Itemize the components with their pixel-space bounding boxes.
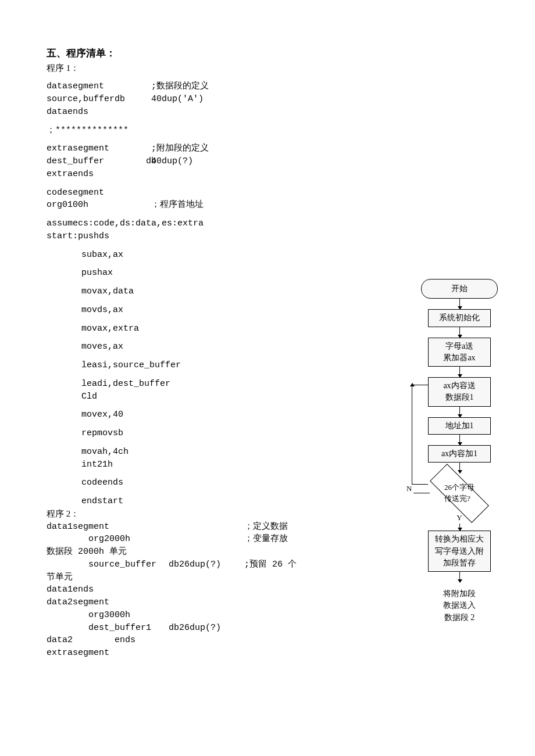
code-text: codesegment — [47, 187, 151, 199]
code-text: repmovsb — [81, 427, 123, 440]
flow-label-no: N — [406, 483, 412, 495]
code-text: ;数据段的定义 — [151, 80, 407, 93]
code-text: Cld — [81, 390, 97, 403]
flow-text: 字母a送 — [433, 341, 486, 352]
code-text: dest_buffer db — [47, 155, 151, 168]
flow-text: 教据送入 — [443, 600, 476, 611]
program1-code: datasegment;数据段的定义 source,bufferdb40dup(… — [47, 80, 407, 118]
flow-text: 累加器ax — [433, 352, 486, 364]
loop-line — [412, 385, 412, 485]
flow-step: 转换为相应大 写字母送入附 加段暂存 — [428, 531, 491, 572]
code-text: ；变量存放 — [244, 533, 288, 546]
flow-text: 写字母送入附 — [433, 546, 486, 557]
code-text: data2segment — [47, 596, 109, 609]
code-text: pushax — [81, 267, 113, 280]
code-text: source,bufferdb — [47, 93, 151, 106]
code-text: datasegment — [47, 80, 151, 93]
code-text: leadi,dest_buffer — [81, 378, 170, 390]
flow-text: 传送完? — [444, 493, 475, 504]
code-text: moves,ax — [81, 341, 123, 353]
arrow-icon — [459, 572, 460, 582]
code-text: movds,ax — [81, 304, 123, 317]
code-text: int21h — [81, 458, 113, 471]
flow-step: 地址加1 — [428, 417, 491, 435]
code-text: extraends — [47, 168, 151, 181]
code-text: leasi,source_buffer — [81, 359, 181, 372]
code-text: ;附加段的定义 — [151, 142, 407, 155]
code-text: dataends — [47, 106, 151, 119]
code-text: org2000h — [47, 533, 244, 546]
code-text: extrasegment — [47, 647, 109, 660]
program2-label: 程序 2： — [47, 508, 407, 521]
code-text: db26dup(?) — [169, 558, 244, 571]
flow-step: 系统初始化 — [428, 309, 491, 327]
flowchart: 开始 系统初始化 字母a送 累加器ax ax内容送 数据段1 地址加1 ax内容… — [407, 279, 512, 624]
flow-text: 转换为相应大 — [433, 533, 486, 545]
arrow-icon — [459, 367, 460, 377]
code-text: assumecs:code,ds:data,es:extra — [47, 217, 204, 230]
program1-label: 程序 1： — [47, 62, 407, 75]
code-text: 40dup('A') — [151, 93, 407, 106]
code-text: subax,ax — [81, 249, 123, 261]
flow-step: 字母a送 累加器ax — [428, 338, 491, 367]
code-text: org0100h — [47, 199, 151, 212]
section-title: 五、程序清单： — [47, 46, 407, 61]
code-text: source_buffer — [47, 558, 169, 571]
flow-label-yes: Y — [456, 513, 462, 524]
code-text: ；************** — [47, 124, 129, 137]
flow-step: ax内容送 数据段1 — [428, 377, 491, 407]
loop-line — [413, 493, 430, 493]
flow-text: ax内容送 — [433, 380, 486, 392]
code-text: codeends — [81, 476, 123, 489]
flow-text: 数据段 2 — [443, 612, 476, 624]
code-text: ；定义数据 — [244, 521, 288, 533]
code-text: start:pushds — [47, 230, 109, 243]
flow-start: 开始 — [421, 279, 498, 299]
code-text: movax,data — [81, 285, 134, 298]
flow-text: 数据段1 — [433, 392, 486, 403]
code-text: ；程序首地址 — [151, 199, 407, 212]
code-text: org3000h — [47, 609, 130, 622]
arrow-icon — [459, 407, 460, 417]
flow-text: 26个字母 — [444, 483, 475, 494]
arrow-icon — [459, 327, 460, 338]
code-text: extrasegment — [47, 142, 151, 155]
flow-step: ax内容加1 — [428, 445, 491, 463]
flow-text: 加段暂存 — [433, 557, 486, 569]
flow-step: 将附加段 教据送入 数据段 2 — [443, 588, 476, 624]
arrow-icon — [459, 299, 460, 309]
code-text: 40dup(?) — [151, 155, 407, 168]
code-text: 节单元 — [47, 571, 73, 584]
code-text: movax,extra — [81, 323, 139, 335]
arrow-up-icon — [410, 383, 415, 386]
code-text: movex,40 — [81, 409, 123, 421]
code-text: dest_buffer1 — [47, 622, 169, 635]
program2-code: data1segment；定义数据 org2000h；变量存放 数据段 2000… — [47, 521, 407, 660]
code-text: endstart — [81, 495, 123, 508]
arrow-icon — [459, 463, 460, 473]
code-text: ;预留 26 个 — [244, 558, 297, 571]
code-text: 数据段 2000h 单元 — [47, 546, 127, 558]
code-text: data2 ends — [47, 634, 135, 647]
code-text: movah,4ch — [81, 446, 129, 458]
flow-text: 将附加段 — [443, 588, 476, 600]
arrow-icon — [459, 524, 460, 531]
code-text: db26dup(?) — [169, 622, 221, 635]
code-text: data1segment — [47, 521, 244, 533]
arrow-icon — [459, 435, 460, 445]
code-text: data1ends — [47, 583, 94, 596]
